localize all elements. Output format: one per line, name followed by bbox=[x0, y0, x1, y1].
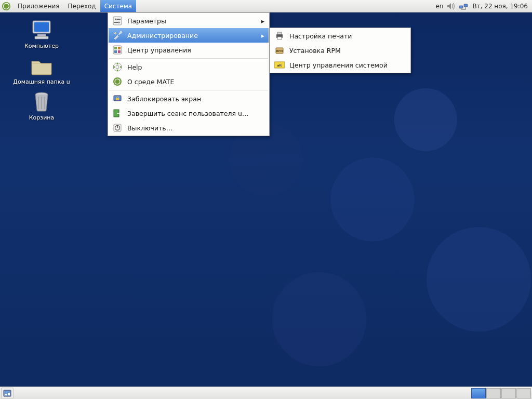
svg-rect-36 bbox=[5, 394, 7, 395]
show-desktop-icon bbox=[3, 390, 11, 397]
mate-logo-icon bbox=[112, 76, 123, 87]
menu-item-lock-screen[interactable]: Заблокировать экран bbox=[109, 91, 269, 106]
svg-rect-13 bbox=[114, 22, 118, 23]
menu-places-label: Переход bbox=[68, 3, 96, 10]
menu-applications[interactable]: Приложения bbox=[14, 0, 64, 12]
svg-rect-17 bbox=[114, 50, 117, 53]
menu-item-preferences[interactable]: Параметры ▸ bbox=[109, 14, 269, 28]
top-panel: Приложения Переход Система en Вт, 22 ноя… bbox=[0, 0, 532, 12]
workspace-switcher bbox=[471, 388, 532, 398]
desktop-icon-home[interactable]: Домашняя папка u bbox=[0, 56, 83, 85]
submenu-item-rpm-install[interactable]: RPM Установка RPM bbox=[271, 43, 410, 58]
menu-system[interactable]: Система bbox=[100, 0, 137, 12]
lock-screen-icon bbox=[112, 93, 123, 104]
desktop-icon-trash[interactable]: Корзина bbox=[0, 91, 83, 121]
submenu-item-system-control-center[interactable]: alt Центр управления системой bbox=[271, 58, 410, 72]
menu-places[interactable]: Переход bbox=[64, 0, 100, 12]
menu-item-help[interactable]: Help bbox=[109, 60, 269, 74]
bottom-panel bbox=[0, 387, 532, 399]
menu-item-label: Установка RPM bbox=[289, 47, 341, 55]
svg-point-20 bbox=[116, 65, 119, 69]
folder-home-icon bbox=[29, 56, 54, 76]
menu-item-label: Администрирование bbox=[127, 32, 198, 39]
svg-rect-15 bbox=[114, 47, 117, 49]
menu-item-administration[interactable]: Администрирование ▸ bbox=[109, 28, 269, 43]
menu-item-label: Заблокировать экран bbox=[127, 95, 201, 103]
svg-rect-18 bbox=[118, 50, 121, 53]
desktop-icon-label: Компьютер bbox=[24, 43, 59, 49]
menu-item-label: Параметры bbox=[127, 17, 166, 25]
svg-rect-9 bbox=[113, 17, 122, 25]
alt-control-icon: alt bbox=[274, 59, 285, 71]
workspace-2[interactable] bbox=[486, 388, 501, 398]
printer-icon bbox=[274, 30, 285, 42]
svg-point-12 bbox=[118, 22, 120, 23]
menu-separator bbox=[109, 90, 268, 90]
menu-item-label: Help bbox=[127, 63, 142, 71]
submenu-item-print-setup[interactable]: Настройка печати bbox=[271, 29, 410, 43]
svg-rect-37 bbox=[8, 393, 10, 395]
computer-icon bbox=[29, 20, 54, 41]
svg-rect-7 bbox=[35, 36, 48, 39]
control-center-icon bbox=[112, 44, 123, 56]
workspace-4[interactable] bbox=[516, 388, 531, 398]
system-menu-dropdown: Параметры ▸ Администрирование ▸ Центр уп… bbox=[108, 12, 270, 136]
keyboard-layout-indicator[interactable]: en bbox=[435, 3, 443, 10]
svg-rect-6 bbox=[37, 34, 46, 36]
svg-rect-2 bbox=[459, 6, 463, 8]
menu-item-label: Выключить… bbox=[127, 124, 172, 132]
svg-rect-30 bbox=[277, 37, 282, 39]
network-icon[interactable] bbox=[459, 2, 468, 11]
svg-text:RPM: RPM bbox=[276, 49, 283, 52]
svg-rect-29 bbox=[277, 32, 282, 34]
chevron-right-icon: ▸ bbox=[249, 17, 264, 25]
menu-item-label: О среде MATE bbox=[127, 78, 175, 86]
show-desktop-button[interactable] bbox=[1, 388, 14, 399]
help-icon bbox=[112, 61, 123, 73]
svg-rect-11 bbox=[117, 19, 121, 20]
tools-icon bbox=[112, 30, 123, 41]
menu-item-label: Завершить сеанс пользователя u… bbox=[127, 110, 248, 117]
chevron-right-icon: ▸ bbox=[249, 32, 264, 39]
logout-icon bbox=[112, 108, 123, 119]
menu-item-logout[interactable]: Завершить сеанс пользователя u… bbox=[109, 106, 269, 121]
menu-system-label: Система bbox=[104, 3, 132, 10]
svg-rect-16 bbox=[118, 47, 121, 49]
svg-rect-24 bbox=[116, 98, 119, 100]
svg-rect-5 bbox=[34, 22, 49, 32]
desktop-icons: Компьютер Домашняя папка u Корзина bbox=[0, 16, 88, 127]
sliders-icon bbox=[112, 15, 123, 26]
workspace-1[interactable] bbox=[471, 388, 486, 398]
svg-point-10 bbox=[115, 19, 117, 20]
workspace-3[interactable] bbox=[501, 388, 516, 398]
panel-left: Приложения Переход Система bbox=[0, 0, 136, 12]
rpm-package-icon: RPM bbox=[274, 45, 285, 56]
panel-right: en Вт, 22 ноя, 19:06 bbox=[435, 0, 532, 12]
menu-item-about-mate[interactable]: О среде MATE bbox=[109, 74, 269, 89]
panel-clock[interactable]: Вт, 22 ноя, 19:06 bbox=[471, 3, 529, 10]
desktop-icon-computer[interactable]: Компьютер bbox=[0, 20, 83, 49]
desktop-icon-label: Корзина bbox=[29, 114, 54, 121]
menu-applications-label: Приложения bbox=[18, 3, 60, 10]
svg-rect-3 bbox=[464, 4, 468, 7]
menu-item-label: Настройка печати bbox=[289, 32, 352, 40]
menu-item-shutdown[interactable]: Выключить… bbox=[109, 121, 269, 135]
svg-text:alt: alt bbox=[277, 63, 282, 67]
menu-item-control-center[interactable]: Центр управления bbox=[109, 43, 269, 57]
volume-icon[interactable] bbox=[446, 2, 456, 11]
mate-logo-icon bbox=[1, 1, 11, 11]
shutdown-icon bbox=[112, 122, 123, 134]
desktop-icon-label: Домашняя папка u bbox=[13, 78, 70, 85]
menu-item-label: Центр управления bbox=[127, 46, 191, 54]
menu-item-label: Центр управления системой bbox=[289, 61, 388, 69]
administration-submenu: Настройка печати RPM Установка RPM alt Ц… bbox=[270, 28, 411, 73]
menu-separator bbox=[109, 58, 268, 59]
trash-icon bbox=[29, 91, 54, 112]
